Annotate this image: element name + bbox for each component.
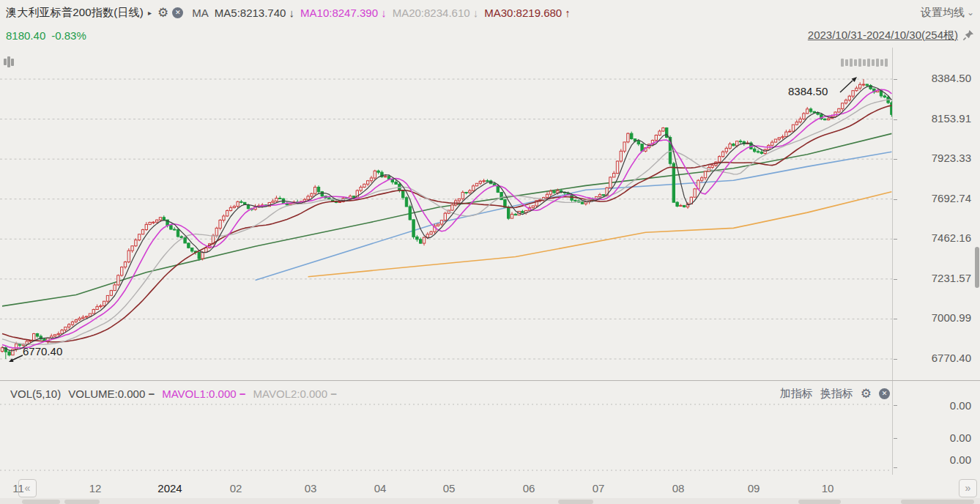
price-axis-label: 7692.74 [892,192,980,204]
instrument-title[interactable]: 澳大利亚标普200指数(日线) [6,6,144,20]
vol-indicator-label: VOL(5,10) [10,388,61,400]
volume-pane-header: VOL(5,10) VOLUME:0.000 − MAVOL1:0.000 − … [10,386,890,401]
pin-icon[interactable] [962,29,974,41]
price-chart-canvas[interactable] [0,48,892,475]
scroll-right-button[interactable]: » [959,479,977,497]
set-ma-button[interactable]: 设置均线 ⌄ [921,6,974,20]
axis-tick [894,239,897,240]
volume-axis-label: 0.00 [892,453,980,466]
add-indicator-button[interactable]: 加指标 [780,387,813,401]
ma-settings-gear-icon[interactable]: ⚙ [157,7,168,19]
axis-tick [894,438,897,439]
time-axis-label[interactable]: 11 [12,482,24,494]
time-axis-label[interactable]: 08 [672,482,685,494]
volume-close-icon[interactable]: ✕ [879,388,890,399]
axis-tick [894,319,897,319]
axis-tick [894,199,897,200]
scroll-pill[interactable] [798,500,841,504]
price-axis-label: 7000.99 [892,311,980,324]
ma30-value: MA30:8219.680 ↑ [484,7,571,19]
price-axis-label: 7462.16 [892,231,980,244]
time-axis-label[interactable]: 02 [230,482,242,494]
expand-arrow-icon[interactable]: ▸ [148,9,152,17]
volume-value: VOLUME:0.000 − [68,388,155,400]
time-axis-label[interactable]: 03 [305,482,317,494]
last-price: 8180.40 [6,29,45,42]
axis-tick [894,279,897,280]
price-row: 8180.40 -0.83% 2023/10/31-2024/10/30(254… [6,27,974,43]
volume-axis-label: 0.00 [892,431,980,444]
chevron-down-icon: ⌄ [967,7,974,18]
axis-tick [894,359,897,360]
low-annotation: 6770.40 [23,345,62,357]
price-axis-label: 6770.40 [892,352,980,364]
ma20-value: MA20:8234.610 ↓ [393,7,479,19]
axis-tick [894,159,897,160]
ma-close-icon[interactable]: ✕ [172,7,183,18]
scroll-pill[interactable] [64,500,100,504]
ma10-value: MA10:8247.390 ↓ [300,7,387,19]
mavol1-value: MAVOL1:0.000 − [162,388,245,400]
scroll-pill[interactable] [558,500,593,504]
price-axis-label: 7923.33 [892,152,980,164]
time-axis-label[interactable]: 05 [443,482,456,494]
switch-indicator-button[interactable]: 换指标 [820,387,853,401]
volume-settings-gear-icon[interactable]: ⚙ [861,388,872,400]
scroll-pill[interactable] [22,500,60,504]
ma-group-label: MA [192,7,209,19]
chart-header: 澳大利亚标普200指数(日线) ▸ ⚙ ✕ MA MA5:8213.740 ↓ … [6,4,974,21]
price-axis-label: 7231.57 [892,272,980,284]
time-axis-label[interactable]: 06 [523,482,535,494]
axis-tick [894,405,897,406]
price-axis-label: 8153.91 [892,112,980,125]
axis-tick [894,79,897,80]
price-axis-label: 8384.50 [892,72,980,84]
time-axis-label[interactable]: 10 [822,482,834,494]
time-axis-label[interactable]: 07 [593,482,605,494]
ma5-value: MA5:8213.740 ↓ [215,7,294,19]
change-percent: -0.83% [51,29,86,42]
time-axis-label[interactable]: 04 [374,482,387,494]
time-axis-label[interactable]: 12 [89,482,102,494]
axis-tick [894,119,897,120]
time-axis-label[interactable]: 09 [748,482,760,494]
volume-axis-label: 0.00 [892,399,980,412]
pane-separator [0,380,980,381]
stock-chart-app: 澳大利亚标普200指数(日线) ▸ ⚙ ✕ MA MA5:8213.740 ↓ … [0,0,980,504]
date-range-link[interactable]: 2023/10/31-2024/10/30(254根) [808,29,958,42]
scroll-pill[interactable] [901,500,974,504]
time-axis-label[interactable]: 2024 [157,482,182,494]
axis-tick [894,467,897,468]
mavol2-value: MAVOL2:0.000 − [253,388,337,400]
high-annotation: 8384.50 [788,85,828,97]
